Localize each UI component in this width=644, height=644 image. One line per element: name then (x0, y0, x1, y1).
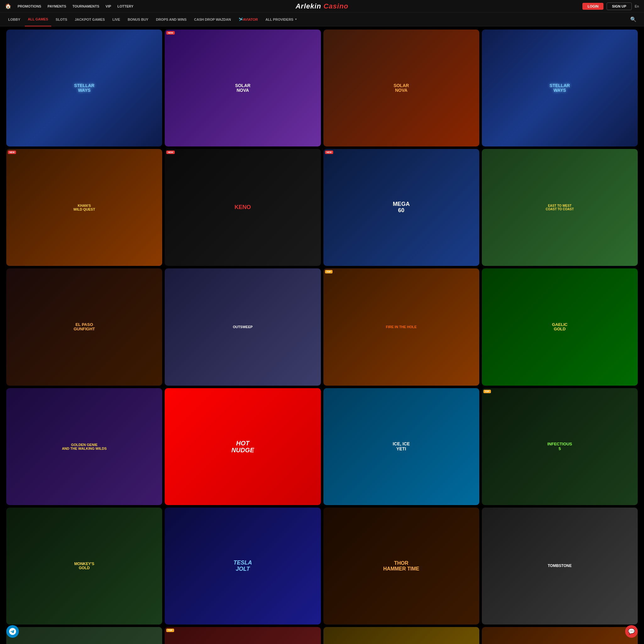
game-title: ICE, ICEYETI (391, 440, 411, 453)
search-button[interactable]: 🔍 (628, 15, 639, 24)
game-card-east-west[interactable]: EAST TO WESTCOAST TO COAST (482, 149, 638, 266)
game-card-keno[interactable]: NEW KENO (165, 149, 321, 266)
game-title: KHAN'SWILD QUEST (72, 202, 96, 212)
nav-lobby[interactable]: LOBBY (5, 13, 24, 26)
nav-aviator[interactable]: 🛩️ Aviator (235, 13, 261, 26)
badge-top: TOP (483, 390, 491, 393)
nav-all-providers[interactable]: ALL PROVIDERS ▼ (262, 13, 300, 26)
game-card-stellar-ways-1[interactable]: STELLARWAYS (6, 30, 162, 146)
nav-slots[interactable]: SLOTS (52, 13, 70, 26)
game-card-solar-nova-2[interactable]: SOLARNOVA (323, 30, 479, 146)
game-card-solar-nova-1[interactable]: NEW SOLARNOVA (165, 30, 321, 146)
game-card-tractor-beam[interactable]: TractorBeam (6, 627, 162, 644)
badge-top: TOP (325, 270, 333, 273)
game-title: SOLARNOVA (392, 82, 410, 94)
nav-drops-wins[interactable]: DROPS AND WINS (153, 13, 190, 26)
game-card-tombstone[interactable]: TOMBSTONE (482, 508, 638, 625)
game-card-tesla[interactable]: TESLAJOLT (165, 508, 321, 625)
badge-new: NEW (325, 151, 333, 154)
badge-new: NEW (166, 151, 174, 154)
language-selector[interactable]: En (635, 4, 639, 8)
game-title: GOLDEN GENIEAND THE WALKING WILDS (61, 442, 108, 452)
badge-new: NEW (166, 31, 174, 35)
game-card-outsweep[interactable]: OUTSWEEP (165, 268, 321, 385)
nav-bonus-buy[interactable]: BONUS BUY (124, 13, 151, 26)
badge-top: TOP (166, 629, 174, 632)
game-title: MEGA60 (392, 200, 411, 215)
nav-promotions[interactable]: PROMOTIONS (18, 4, 41, 8)
game-grid-container: STELLARWAYS NEW SOLARNOVA SOLARNOVA STEL… (0, 26, 644, 644)
game-title: THORHAMMER TIME (382, 559, 421, 573)
nav-tournaments[interactable]: TOURNAMENTS (72, 4, 99, 8)
signup-button[interactable]: SIGN UP (607, 3, 631, 10)
chat-icon: 💬 (628, 628, 635, 635)
game-card-el-paso[interactable]: EL PASOGUNFIGHT (6, 268, 162, 385)
game-title: STELLARWAYS (548, 82, 571, 94)
nav-payments[interactable]: PAYMENTS (47, 4, 66, 8)
game-card-khans-wild[interactable]: NEW KHAN'SWILD QUEST (6, 149, 162, 266)
logo-red: Casino (323, 2, 348, 10)
game-title: HOTNUDGE (230, 438, 255, 455)
game-card-gaelic-gold[interactable]: GAELICGOLD (482, 268, 638, 385)
top-nav-links: 🏠 PROMOTIONS PAYMENTS TOURNAMENTS VIP LO… (5, 3, 134, 9)
game-card-hot-nudge[interactable]: HOTNUDGE (165, 388, 321, 505)
game-card-mega60[interactable]: NEW MEGA60 (323, 149, 479, 266)
nav-jackpot-games[interactable]: JACKPOT GAMES (72, 13, 108, 26)
game-card-lucky-egypt[interactable]: LUCKY EGYPT (323, 627, 479, 644)
game-card-fire-hole[interactable]: TOP FIRE IN THE HOLE (323, 268, 479, 385)
game-title: MONKEY'SGOLD (73, 561, 96, 571)
game-title: TOMBSTONE (547, 563, 573, 569)
game-card-stellar-ways-2[interactable]: STELLARWAYS (482, 30, 638, 146)
game-card-monkeys-gold[interactable]: MONKEY'SGOLD (6, 508, 162, 625)
game-title: STELLARWAYS (73, 82, 96, 94)
game-grid: STELLARWAYS NEW SOLARNOVA SOLARNOVA STEL… (6, 30, 638, 644)
chat-button[interactable]: 💬 (625, 625, 638, 638)
game-title: EAST TO WESTCOAST TO COAST (544, 203, 575, 212)
game-card-warrior-graveyard[interactable]: TOP WARRIORGRAVEYARD (165, 627, 321, 644)
chevron-down-icon: ▼ (294, 18, 297, 21)
top-navigation: 🏠 PROMOTIONS PAYMENTS TOURNAMENTS VIP LO… (0, 0, 644, 13)
game-card-golden-genie[interactable]: GOLDEN GENIEAND THE WALKING WILDS (6, 388, 162, 505)
badge-new: NEW (8, 151, 16, 154)
login-button[interactable]: LOGIN (582, 3, 603, 10)
game-card-infectious5[interactable]: TOP INFECTIOUS5 (482, 388, 638, 505)
game-card-ways-dragon[interactable]: 3888 WAYSOF THE DRAGON (482, 627, 638, 644)
nav-live[interactable]: LIVE (109, 13, 123, 26)
game-title: KENO (233, 203, 252, 212)
game-title: OUTSWEEP (232, 324, 254, 330)
game-title: FIRE IN THE HOLE (385, 324, 418, 330)
game-title: GAELICGOLD (551, 321, 569, 333)
game-title: INFECTIOUS5 (546, 441, 574, 452)
nav-all-games[interactable]: ALL GAMES (25, 13, 52, 26)
nav-vip[interactable]: VIP (106, 4, 111, 8)
game-title: SOLARNOVA (234, 82, 252, 94)
home-icon[interactable]: 🏠 (5, 3, 11, 9)
nav-cash-drop[interactable]: CASH DROP WAZDAN (191, 13, 234, 26)
site-logo[interactable]: Arlekin Casino (295, 2, 348, 10)
game-card-ice-yeti[interactable]: ICE, ICEYETI (323, 388, 479, 505)
game-title: TESLAJOLT (232, 559, 253, 574)
game-title: EL PASOGUNFIGHT (72, 321, 96, 333)
game-card-thor[interactable]: THORHAMMER TIME (323, 508, 479, 625)
logo-white: Arlekin (295, 2, 321, 10)
secondary-navigation: LOBBY ALL GAMES SLOTS JACKPOT GAMES LIVE… (0, 13, 644, 26)
nav-lottery[interactable]: LOTTERY (118, 4, 134, 8)
telegram-button[interactable] (6, 625, 19, 638)
top-nav-right: LOGIN SIGN UP En (582, 3, 639, 10)
